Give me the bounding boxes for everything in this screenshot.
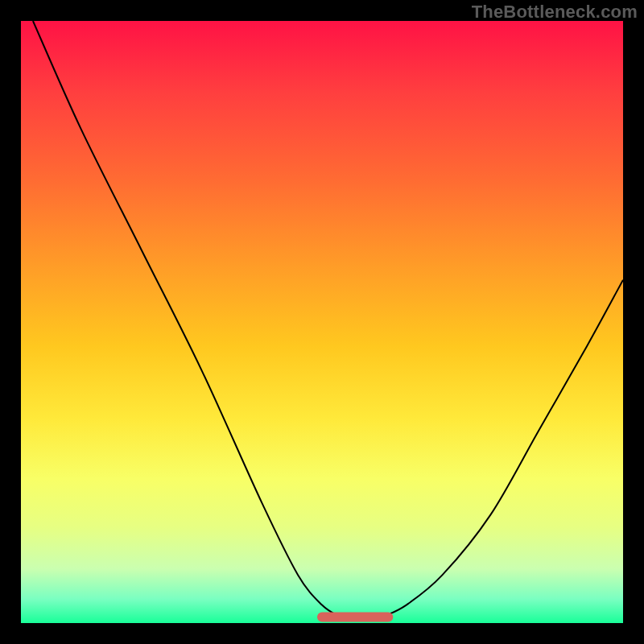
chart-frame: TheBottleneck.com (0, 0, 644, 644)
left-curve-line (33, 21, 340, 617)
right-curve-line (382, 280, 623, 617)
chart-svg (21, 21, 623, 623)
plot-area (21, 21, 623, 623)
watermark-text: TheBottleneck.com (472, 2, 638, 23)
